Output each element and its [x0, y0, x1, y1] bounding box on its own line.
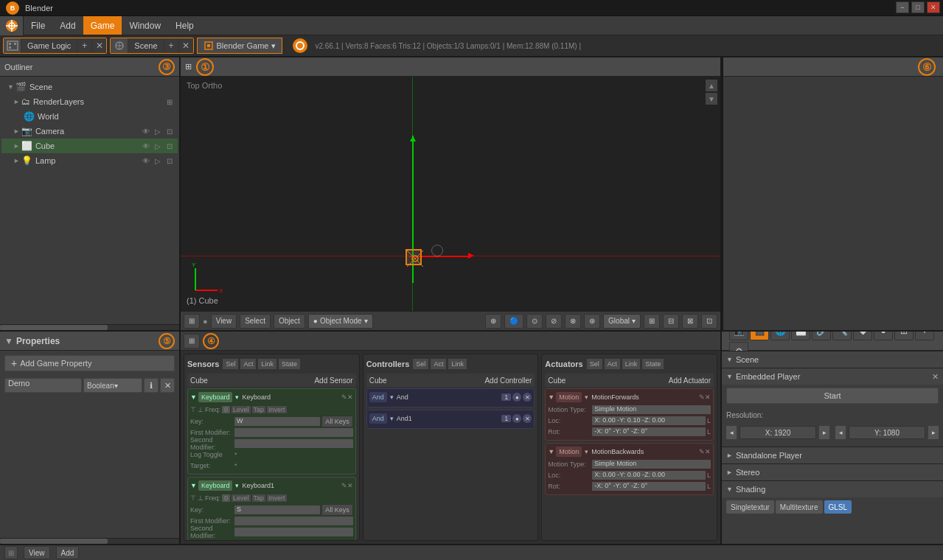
acts-sel-btn[interactable]: Sel	[586, 358, 603, 370]
vp-icon-btn[interactable]: ⊞	[184, 314, 200, 329]
props-icon-texture[interactable]: ⊞	[894, 332, 914, 340]
scene-section-header[interactable]: ▼ Scene	[722, 351, 943, 368]
sensors-link-btn[interactable]: Link	[257, 358, 277, 370]
sensor1-all-keys-btn[interactable]: All Keys	[321, 416, 353, 427]
vp-grid4-btn[interactable]: ⊡	[701, 314, 717, 329]
close-button[interactable]: ✕	[927, 1, 940, 13]
vp-global-dropdown[interactable]: Global ▾	[603, 314, 641, 329]
vp-select-btn[interactable]: Select	[240, 314, 271, 329]
acts-link-btn[interactable]: Link	[622, 358, 641, 370]
props-icon-particles[interactable]: ✦	[915, 332, 934, 340]
res-x-field[interactable]: X: 1920	[740, 426, 816, 439]
props-icon-modifiers[interactable]: 🔧	[832, 332, 852, 340]
embedded-player-header[interactable]: ▼ Embedded Player ✕	[722, 368, 943, 385]
panel-close-1[interactable]: ✕	[91, 38, 106, 54]
vp-grid2-btn[interactable]: ⊟	[663, 314, 679, 329]
glsl-btn[interactable]: GLSL	[824, 500, 852, 514]
maximize-button[interactable]: □	[911, 1, 925, 13]
tree-item-world[interactable]: 🌐 World	[1, 109, 178, 124]
arrow-down[interactable]: ▼	[706, 93, 717, 105]
ctrls-link-btn[interactable]: Link	[448, 358, 467, 370]
props-icon-render[interactable]: 📷	[729, 332, 748, 340]
menu-add[interactable]: Add	[52, 16, 83, 35]
add-actuator-btn[interactable]: Add Actuator	[669, 377, 711, 385]
vp-rotate-btn[interactable]: ⊛	[584, 314, 600, 329]
start-button[interactable]: Start	[726, 388, 939, 404]
vp-grid1-btn[interactable]: ⊞	[644, 314, 660, 329]
sensor2-tap-btn[interactable]: Tap	[252, 494, 266, 502]
stereo-header[interactable]: ► Stereo	[722, 464, 943, 480]
multitex-btn[interactable]: Multitexture	[776, 500, 823, 514]
arrow-up[interactable]: ▲	[706, 80, 717, 91]
vp-transform-btn[interactable]: ⊗	[565, 314, 581, 329]
acts-act-btn[interactable]: Act	[604, 358, 621, 370]
prop-type-dropdown[interactable]: Boolean ▾	[83, 378, 142, 393]
tree-item-renderlayers[interactable]: ► 🗂 RenderLayers ⊞	[1, 94, 178, 109]
vp-grid3-btn[interactable]: ⊠	[682, 314, 698, 329]
ctrls-sel-btn[interactable]: Sel	[412, 358, 429, 370]
status-add-btn[interactable]: Add	[56, 546, 80, 559]
ctrls-act-btn[interactable]: Act	[430, 358, 447, 370]
vp-proportional-btn[interactable]: ⊙	[526, 314, 543, 329]
sensors-sel-btn[interactable]: Sel	[222, 358, 239, 370]
sensor2-level-btn[interactable]: Level	[232, 494, 251, 502]
vp-snap-btn[interactable]: 🔵	[504, 314, 523, 329]
add-sensor-btn[interactable]: Add Sensor	[314, 377, 352, 385]
sensor1-level-btn[interactable]: Level	[232, 406, 251, 413]
act1-edit-icon: ✎	[699, 393, 705, 401]
prop-info-btn[interactable]: ℹ	[144, 378, 159, 393]
status-view-btn[interactable]: View	[24, 546, 50, 559]
panel-close-2[interactable]: ✕	[178, 38, 193, 54]
prop-name-field[interactable]: Demo	[4, 378, 82, 393]
res-x-left-arrow[interactable]: ◂	[726, 426, 737, 439]
props-icon-scene[interactable]: 🎬	[750, 332, 769, 340]
shading-header[interactable]: ▼ Shading	[722, 481, 943, 497]
logic-icon-btn[interactable]: ⊞	[184, 334, 200, 349]
props-icon-world[interactable]: 🌐	[770, 332, 790, 340]
tree-item-lamp[interactable]: ► 💡 Lamp 👁 ▷ ⊡	[1, 153, 178, 168]
minimize-button[interactable]: −	[896, 1, 909, 13]
props-icon-constraints[interactable]: 🔗	[812, 332, 831, 340]
props-icon-object[interactable]: ⬜	[791, 332, 810, 340]
mode-icon: ●	[313, 317, 318, 325]
res-x-right-arrow[interactable]: ▸	[819, 426, 829, 439]
menu-window[interactable]: Window	[122, 16, 168, 35]
standalone-player-header[interactable]: ► Standalone Player	[722, 447, 943, 463]
menu-file[interactable]: File	[24, 16, 52, 35]
props-icon-data[interactable]: ◆	[853, 332, 872, 340]
res-y-left-arrow[interactable]: ◂	[835, 426, 846, 439]
viewport-canvas[interactable]: Top Ortho ◁	[181, 77, 720, 311]
tree-item-camera[interactable]: ► 📷 Camera 👁 ▷ ⊡	[1, 124, 178, 139]
panel-add-2[interactable]: +	[164, 38, 178, 54]
sensor2-invert-btn[interactable]: Invert	[267, 494, 287, 502]
sensor1-invert-btn[interactable]: Invert	[267, 406, 287, 413]
sensor1-tap-btn[interactable]: Tap	[252, 406, 266, 413]
svg-rect-7	[9, 46, 11, 49]
menu-game[interactable]: Game	[83, 16, 122, 35]
add-game-property-btn[interactable]: + Add Game Property	[4, 355, 175, 371]
act1-rot-val: -X: 0° -Y: 0° -Z: 0°	[592, 427, 706, 436]
outliner-scrollbar[interactable]	[0, 324, 179, 330]
menu-help[interactable]: Help	[168, 16, 201, 35]
vp-mesh-btn[interactable]: ⊘	[546, 314, 562, 329]
vp-pivot-btn[interactable]: ⊕	[485, 314, 501, 329]
panel-add-1[interactable]: +	[77, 38, 91, 54]
vp-object-btn[interactable]: Object	[274, 314, 305, 329]
sensors-act-btn[interactable]: Act	[240, 358, 257, 370]
tree-item-scene[interactable]: ▼ 🎬 Scene	[1, 80, 178, 94]
acts-state-btn[interactable]: State	[641, 358, 664, 370]
engine-selector[interactable]: Blender Game ▾	[197, 38, 283, 54]
add-controller-btn[interactable]: Add Controller	[484, 377, 532, 385]
vp-view-btn[interactable]: View	[211, 314, 237, 329]
sensor2-all-keys-btn[interactable]: All Keys	[321, 504, 353, 516]
prop-delete-btn[interactable]: ✕	[160, 378, 175, 393]
props-scrollbar[interactable]	[0, 538, 179, 544]
res-y-field[interactable]: Y: 1080	[849, 426, 925, 439]
props-icon-material[interactable]: ●	[874, 332, 893, 340]
tree-item-cube[interactable]: ► ⬜ Cube 👁 ▷ ⊡	[1, 139, 178, 153]
status-icon-btn[interactable]: ⊞	[4, 546, 18, 559]
vp-mode-dropdown[interactable]: ● Object Mode ▾	[308, 314, 373, 329]
res-y-right-arrow[interactable]: ▸	[928, 426, 939, 439]
sensors-state-btn[interactable]: State	[278, 358, 301, 370]
singletex-btn[interactable]: Singletextur	[726, 500, 774, 514]
